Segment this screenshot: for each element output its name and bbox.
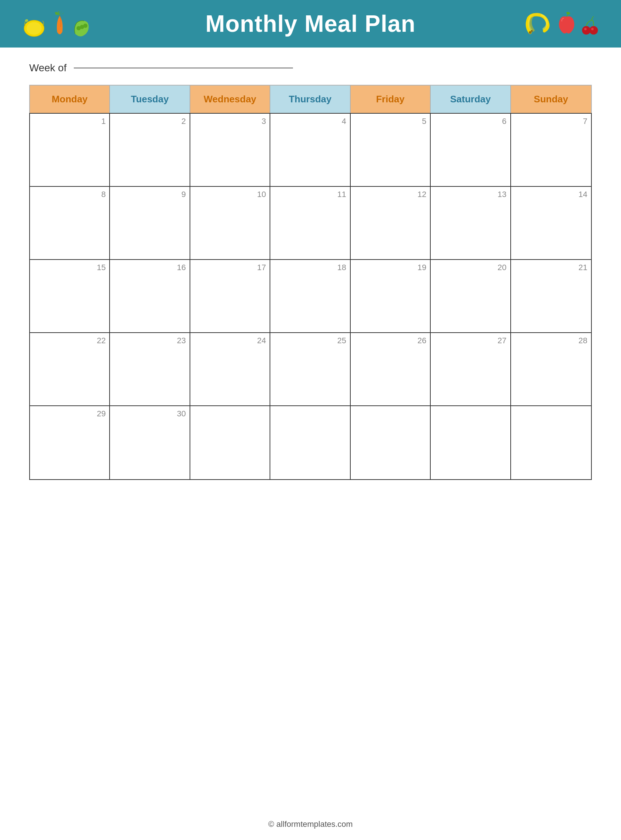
- calendar-cell[interactable]: 15: [30, 260, 110, 333]
- calendar-cell[interactable]: [351, 406, 431, 479]
- calendar-cell[interactable]: 24: [190, 333, 270, 406]
- calendar-cell[interactable]: 10: [190, 187, 270, 260]
- cell-date-number: 9: [114, 190, 186, 199]
- cell-date-number: 11: [274, 190, 346, 199]
- banana-icon: [524, 12, 553, 36]
- calendar-cell[interactable]: 5: [351, 114, 431, 187]
- calendar-cell[interactable]: 26: [351, 333, 431, 406]
- svg-point-7: [531, 30, 533, 32]
- apple-icon: [555, 12, 579, 36]
- calendar-cell[interactable]: 16: [110, 260, 190, 333]
- calendar-cell[interactable]: 20: [431, 260, 511, 333]
- cell-date-number: 4: [274, 117, 346, 126]
- week-of-label: Week of: [29, 62, 67, 74]
- header: Monthly Meal Plan: [0, 0, 621, 47]
- cell-date-number: 10: [194, 190, 266, 199]
- day-headers: MondayTuesdayWednesdayThursdayFridaySatu…: [29, 85, 592, 113]
- cell-date-number: 30: [114, 409, 186, 419]
- cherry-icon: [581, 16, 599, 36]
- calendar-cell[interactable]: 6: [431, 114, 511, 187]
- cell-date-number: 25: [274, 336, 346, 345]
- svg-point-12: [591, 28, 594, 30]
- cell-date-number: 27: [434, 336, 506, 345]
- calendar-cell[interactable]: 29: [30, 406, 110, 479]
- calendar-cell[interactable]: 4: [270, 114, 350, 187]
- calendar-cell[interactable]: [270, 406, 350, 479]
- lemon-icon: [22, 17, 47, 38]
- cell-date-number: 6: [434, 117, 506, 126]
- calendar-cell[interactable]: 1: [30, 114, 110, 187]
- calendar-cell[interactable]: 7: [511, 114, 591, 187]
- cell-date-number: 28: [515, 336, 588, 345]
- calendar-cell[interactable]: 30: [110, 406, 190, 479]
- cell-date-number: 15: [33, 263, 106, 272]
- svg-point-8: [566, 12, 570, 15]
- calendar-cell[interactable]: 18: [270, 260, 350, 333]
- cell-date-number: 7: [515, 117, 588, 126]
- calendar-cell[interactable]: [190, 406, 270, 479]
- calendar-grid: 1234567891011121314151617181920212223242…: [29, 113, 592, 480]
- header-fruits-right: [524, 12, 599, 36]
- calendar-cell[interactable]: 21: [511, 260, 591, 333]
- page-title: Monthly Meal Plan: [205, 10, 415, 37]
- calendar-cell[interactable]: 23: [110, 333, 190, 406]
- calendar-cell[interactable]: 19: [351, 260, 431, 333]
- footer: © allformtemplates.com: [0, 805, 621, 840]
- header-fruits-left: [22, 9, 90, 38]
- svg-point-1: [27, 22, 42, 34]
- calendar-cell[interactable]: 2: [110, 114, 190, 187]
- svg-point-5: [83, 24, 88, 28]
- calendar-cell[interactable]: 13: [431, 187, 511, 260]
- calendar-cell[interactable]: 22: [30, 333, 110, 406]
- day-header-monday: Monday: [30, 85, 110, 113]
- cell-date-number: 14: [515, 190, 588, 199]
- calendar-cell[interactable]: [511, 406, 591, 479]
- cell-date-number: 21: [515, 263, 588, 272]
- calendar-cell[interactable]: 9: [110, 187, 190, 260]
- cell-date-number: 3: [194, 117, 266, 126]
- day-header-sunday: Sunday: [511, 85, 591, 113]
- day-header-friday: Friday: [351, 85, 431, 113]
- cell-date-number: 1: [33, 117, 106, 126]
- carrot-icon: [50, 9, 70, 38]
- calendar-cell[interactable]: 12: [351, 187, 431, 260]
- calendar-cell[interactable]: 3: [190, 114, 270, 187]
- cell-date-number: 23: [114, 336, 186, 345]
- week-of-section: Week of: [0, 47, 621, 85]
- cell-date-number: 26: [354, 336, 426, 345]
- calendar-cell[interactable]: 17: [190, 260, 270, 333]
- svg-point-9: [582, 26, 590, 34]
- peas-icon: [72, 18, 90, 38]
- cell-date-number: 12: [354, 190, 426, 199]
- cell-date-number: 17: [194, 263, 266, 272]
- cell-date-number: 22: [33, 336, 106, 345]
- cell-date-number: 29: [33, 409, 106, 419]
- calendar-cell[interactable]: 28: [511, 333, 591, 406]
- cell-date-number: 16: [114, 263, 186, 272]
- cell-date-number: 24: [194, 336, 266, 345]
- svg-point-10: [589, 26, 598, 34]
- day-header-saturday: Saturday: [431, 85, 511, 113]
- cell-date-number: 5: [354, 117, 426, 126]
- calendar-cell[interactable]: 8: [30, 187, 110, 260]
- calendar-cell[interactable]: 11: [270, 187, 350, 260]
- calendar-cell[interactable]: [431, 406, 511, 479]
- calendar-cell[interactable]: 27: [431, 333, 511, 406]
- svg-point-6: [529, 31, 532, 33]
- calendar-cell[interactable]: 14: [511, 187, 591, 260]
- day-header-tuesday: Tuesday: [110, 85, 190, 113]
- cell-date-number: 8: [33, 190, 106, 199]
- cell-date-number: 13: [434, 190, 506, 199]
- cell-date-number: 20: [434, 263, 506, 272]
- week-of-line: [74, 68, 293, 68]
- svg-point-11: [584, 28, 587, 30]
- day-header-wednesday: Wednesday: [190, 85, 270, 113]
- footer-text: © allformtemplates.com: [268, 820, 353, 829]
- day-header-thursday: Thursday: [270, 85, 350, 113]
- cell-date-number: 19: [354, 263, 426, 272]
- cell-date-number: 18: [274, 263, 346, 272]
- cell-date-number: 2: [114, 117, 186, 126]
- calendar-cell[interactable]: 25: [270, 333, 350, 406]
